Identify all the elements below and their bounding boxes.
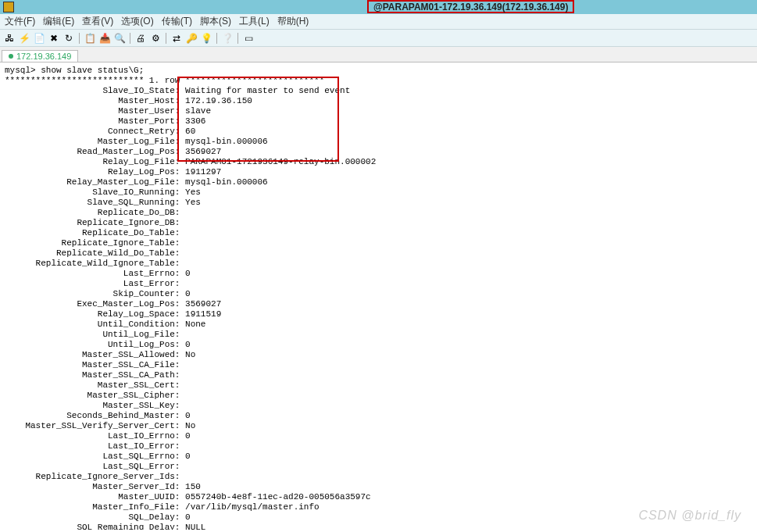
menu-bar: 文件(F) 编辑(E) 查看(V) 选项(O) 传输(T) 脚本(S) 工具(L… [0,14,757,30]
reconnect-icon[interactable]: ↻ [62,32,75,45]
menu-options[interactable]: 选项(O) [121,15,153,28]
help-icon[interactable]: ❔ [221,32,234,45]
menu-edit[interactable]: 编辑(E) [43,15,74,28]
terminal-output[interactable]: mysql> show slave status\G; ************… [0,62,757,530]
session-icon[interactable]: 📄 [33,32,45,45]
menu-transfer[interactable]: 传输(T) [162,15,192,28]
menu-script[interactable]: 脚本(S) [200,15,231,28]
separator [166,33,166,44]
tab-session-1[interactable]: 172.19.36.149 [2,50,78,62]
find-icon[interactable]: 🔍 [113,32,126,45]
separator [79,33,80,44]
menu-help[interactable]: 帮助(H) [277,15,309,28]
disconnect-icon[interactable]: ✖ [48,32,60,45]
tab-status-icon [9,54,13,59]
copy-icon[interactable]: 📋 [84,32,96,45]
menu-file[interactable]: 文件(F) [5,15,35,28]
tab-bar: 172.19.36.149 [0,47,757,62]
window-icon[interactable]: ▭ [242,32,255,45]
print-icon[interactable]: 🖨 [134,32,147,45]
tip-icon[interactable]: 💡 [200,32,212,45]
separator [216,33,217,44]
quick-connect-icon[interactable]: ⚡ [18,32,30,45]
options-icon[interactable]: ⚙ [149,32,162,45]
menu-tools[interactable]: 工具(L) [239,15,270,28]
separator [237,33,238,44]
menu-view[interactable]: 查看(V) [82,15,113,28]
toolbar: 🖧 ⚡ 📄 ✖ ↻ 📋 📥 🔍 🖨 ⚙ ⇄ 🔑 💡 ❔ ▭ [0,30,757,47]
paste-icon[interactable]: 📥 [98,32,111,45]
key-icon[interactable]: 🔑 [185,32,198,45]
separator [130,33,130,44]
connect-icon[interactable]: 🖧 [3,32,16,45]
title-host-label: @PARAPAM01-172.19.36.149(172.19.36.149) [367,0,574,13]
title-bar: @PARAPAM01-172.19.36.149(172.19.36.149) [0,0,757,14]
tab-label: 172.19.36.149 [16,52,71,61]
transfer-icon[interactable]: ⇄ [170,32,183,45]
app-icon [3,2,14,12]
